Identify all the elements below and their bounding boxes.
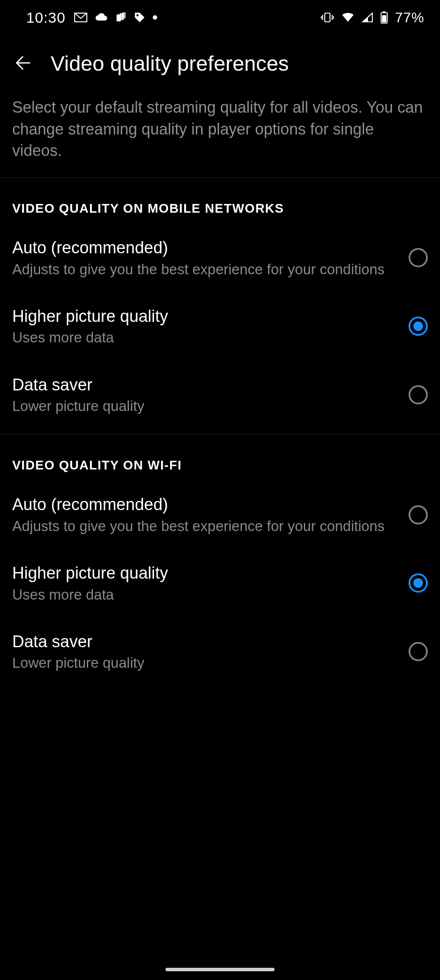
mobile-option-auto[interactable]: Auto (recommended) Adjusts to give you t… — [0, 224, 440, 292]
battery-icon — [380, 11, 388, 24]
mobile-option-higher[interactable]: Higher picture quality Uses more data — [0, 292, 440, 361]
wifi-icon — [341, 12, 355, 23]
status-time: 10:30 — [26, 9, 65, 26]
wifi-option-higher[interactable]: Higher picture quality Uses more data — [0, 549, 440, 618]
option-title: Auto (recommended) — [12, 494, 398, 515]
option-subtitle: Adjusts to give you the best experience … — [12, 260, 398, 278]
radio-button[interactable] — [409, 573, 428, 593]
status-bar: 10:30 77% — [0, 0, 440, 35]
gmail-icon — [74, 13, 87, 22]
radio-button[interactable] — [409, 642, 428, 661]
home-indicator[interactable] — [165, 968, 275, 971]
battery-percentage: 77% — [395, 10, 424, 26]
radio-button[interactable] — [409, 385, 428, 404]
svg-rect-11 — [382, 15, 386, 22]
option-subtitle: Lower picture quality — [12, 654, 398, 672]
cloud-icon — [94, 13, 108, 22]
notification-dot-icon — [153, 15, 157, 20]
page-description: Select your default streaming quality fo… — [0, 84, 440, 178]
vibrate-icon — [321, 12, 334, 23]
cellular-icon — [362, 12, 373, 23]
option-subtitle: Uses more data — [12, 328, 398, 346]
svg-rect-4 — [325, 13, 330, 22]
tag-icon — [134, 11, 146, 24]
section-header-mobile: VIDEO QUALITY ON MOBILE NETWORKS — [0, 178, 440, 224]
radio-button[interactable] — [409, 505, 428, 525]
option-text: Auto (recommended) Adjusts to give you t… — [12, 238, 409, 278]
option-title: Higher picture quality — [12, 563, 398, 584]
option-text: Data saver Lower picture quality — [12, 375, 409, 415]
wifi-option-auto[interactable]: Auto (recommended) Adjusts to give you t… — [0, 480, 440, 549]
option-text: Data saver Lower picture quality — [12, 631, 409, 672]
radio-button[interactable] — [409, 248, 428, 267]
back-arrow-icon — [14, 54, 31, 73]
back-button[interactable] — [12, 53, 33, 74]
stack-icon — [115, 12, 127, 23]
option-subtitle: Uses more data — [12, 586, 398, 604]
status-right: 77% — [321, 10, 424, 26]
mobile-option-data-saver[interactable]: Data saver Lower picture quality — [0, 361, 440, 429]
option-subtitle: Lower picture quality — [12, 397, 398, 415]
page-title: Video quality preferences — [51, 52, 289, 76]
option-title: Auto (recommended) — [12, 238, 398, 259]
option-text: Auto (recommended) Adjusts to give you t… — [12, 494, 409, 535]
option-title: Higher picture quality — [12, 306, 398, 327]
svg-point-3 — [137, 14, 139, 17]
page-header: Video quality preferences — [0, 35, 440, 84]
option-title: Data saver — [12, 631, 398, 652]
option-text: Higher picture quality Uses more data — [12, 563, 409, 604]
option-subtitle: Adjusts to give you the best experience … — [12, 517, 398, 535]
option-title: Data saver — [12, 375, 398, 396]
section-header-wifi: VIDEO QUALITY ON WI-FI — [0, 435, 440, 480]
svg-rect-2 — [122, 12, 126, 18]
status-left: 10:30 — [26, 9, 157, 26]
radio-button[interactable] — [409, 317, 428, 336]
option-text: Higher picture quality Uses more data — [12, 306, 409, 347]
wifi-option-data-saver[interactable]: Data saver Lower picture quality — [0, 618, 440, 686]
